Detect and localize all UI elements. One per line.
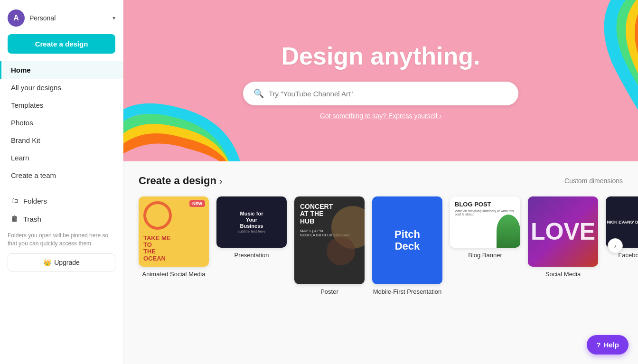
upgrade-button[interactable]: 👑 Upgrade [8,253,115,271]
hero-content: Design anything. 🔍 Got something to say?… [123,42,638,120]
new-badge: NEW [189,200,205,207]
learn-label: Learn [11,154,29,162]
sidebar-item-folders[interactable]: 🗂 Folders [0,192,123,210]
blog-plant-decoration [497,215,520,248]
folders-hint: Folders you open will be pinned here so … [8,232,115,248]
upgrade-icon: 👑 [43,259,51,266]
design-cards-row: NEW TAKE METOTHEOCEAN Animated Social Me… [139,196,623,295]
sidebar-item-home[interactable]: Home [0,61,123,79]
folders-label: Folders [23,197,47,205]
brand-kit-label: Brand Kit [11,136,40,144]
create-design-button[interactable]: Create a design [8,34,115,54]
poster-label: Poster [320,288,338,295]
card-animated-social-media[interactable]: NEW TAKE METOTHEOCEAN Animated Social Me… [139,196,209,278]
main-content: Design anything. 🔍 Got something to say?… [123,0,638,364]
photos-label: Photos [11,119,33,127]
sidebar-item-learn[interactable]: Learn [0,149,123,167]
card-presentation[interactable]: Music forYourBusiness subtitle text here… [216,196,287,259]
social-media-thumbnail: LOVE [528,196,598,267]
search-icon: 🔍 [253,88,264,99]
card-social-media[interactable]: LOVE Social Media [528,196,598,278]
animated-social-preview: NEW TAKE METOTHEOCEAN [139,196,209,267]
templates-label: Templates [11,101,43,109]
card-mobile-presentation[interactable]: PitchDeck Mobile-First Presentation [372,196,442,295]
sidebar-item-trash[interactable]: 🗑 Trash [0,210,123,228]
presentation-label: Presentation [235,252,269,259]
main-nav: Home All your designs Templates Photos B… [0,61,123,184]
create-design-section: Create a design › Custom dimensions NEW … [123,161,638,303]
home-label: Home [11,66,31,74]
account-label: Personal [29,14,108,22]
pitch-deck-text: PitchDeck [394,229,420,252]
avatar: A [8,9,25,27]
card-blog-banner[interactable]: BLOG POST Write an intriguing summary of… [450,196,520,259]
search-input[interactable] [269,90,508,98]
mobile-presentation-label: Mobile-First Presentation [373,288,442,295]
create-team-label: Create a team [11,171,56,179]
love-text: LOVE [531,220,595,243]
sidebar-item-all-designs[interactable]: All your designs [0,79,123,96]
custom-dimensions-link[interactable]: Custom dimensions [564,177,623,185]
account-switcher[interactable]: A Personal ▾ [0,6,123,32]
mobile-presentation-thumbnail: PitchDeck [372,196,442,284]
help-icon: ? [596,341,600,349]
social-media-preview: LOVE [528,196,598,267]
sidebar: A Personal ▾ Create a design Home All yo… [0,0,123,364]
blog-banner-thumbnail: BLOG POST Write an intriguing summary of… [450,196,520,248]
animated-social-label: Animated Social Media [142,271,206,278]
help-label: Help [603,341,619,349]
animated-social-thumbnail: NEW TAKE METOTHEOCEAN [139,196,209,267]
presentation-thumbnail: Music forYourBusiness subtitle text here [216,196,287,248]
ocean-card-text: TAKE METOTHEOCEAN [143,235,171,262]
mobile-presentation-preview: PitchDeck [372,196,442,284]
scroll-right-button[interactable]: › [608,238,623,253]
blog-banner-title: BLOG POST [455,201,516,208]
sidebar-item-templates[interactable]: Templates [0,96,123,114]
search-container: 🔍 [243,82,518,105]
folder-icon: 🗂 [11,196,19,205]
trash-icon: 🗑 [11,215,19,223]
section-title[interactable]: Create a design [139,175,216,187]
section-header: Create a design › Custom dimensions [139,175,623,187]
hero-title: Design anything. [123,42,638,70]
hero-banner: Design anything. 🔍 Got something to say?… [123,0,638,161]
upgrade-label: Upgrade [54,259,80,266]
blog-banner-preview: BLOG POST Write an intriguing summary of… [450,196,520,248]
poster-circle-2 [327,237,355,265]
blog-banner-label: Blog Banner [468,252,502,259]
sidebar-item-photos[interactable]: Photos [0,114,123,131]
trash-label: Trash [23,215,41,223]
facebook-cover-text: NICK EVANS' BACHELOR PARTY [607,220,638,224]
facebook-cover-label: Facebook Cover [618,252,638,259]
poster-thumbnail: CONCERTAT THEHUB MAY 1 | 4 PMNEBULA BB C… [294,196,365,284]
sidebar-item-create-team[interactable]: Create a team [0,167,123,184]
presentation-preview: Music forYourBusiness subtitle text here [216,196,287,248]
section-title-arrow: › [219,176,223,187]
presentation-sub: subtitle text here [238,229,266,233]
card-poster[interactable]: CONCERTAT THEHUB MAY 1 | 4 PMNEBULA BB C… [294,196,365,295]
express-yourself-link[interactable]: Got something to say? Express yourself › [123,112,638,120]
chevron-down-icon: ▾ [113,15,115,21]
presentation-title: Music forYourBusiness [238,211,266,230]
presentation-content: Music forYourBusiness subtitle text here [234,207,270,238]
all-designs-label: All your designs [11,84,61,92]
ocean-circle-decoration [143,201,172,230]
sidebar-item-brand-kit[interactable]: Brand Kit [0,131,123,149]
social-media-label: Social Media [545,271,581,278]
help-button[interactable]: ? Help [587,335,629,355]
poster-preview: CONCERTAT THEHUB MAY 1 | 4 PMNEBULA BB C… [294,196,365,284]
